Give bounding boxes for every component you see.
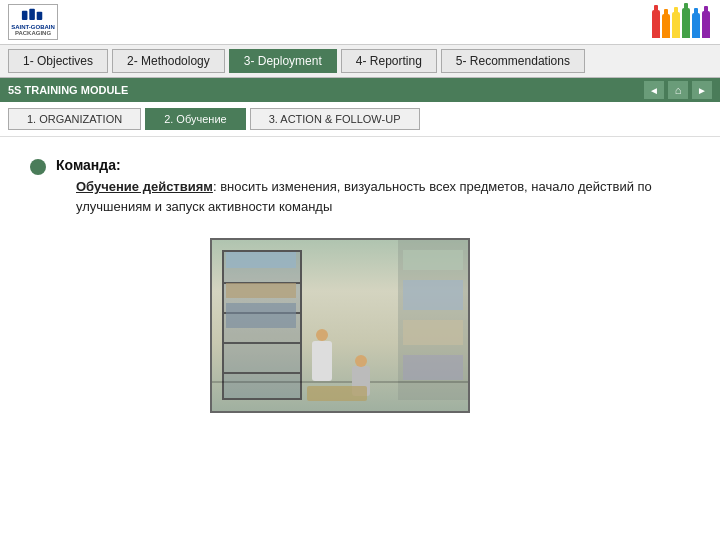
nav-tab-objectives[interactable]: 1- Objectives [8, 49, 108, 73]
person-standing [312, 341, 332, 381]
logo-area: SAINT-GOBAIN PACKAGING [8, 4, 58, 40]
warehouse-image [210, 238, 470, 413]
nav-tabs: 1- Objectives2- Methodology3- Deployment… [0, 45, 720, 78]
home-button[interactable]: ⌂ [668, 81, 688, 99]
floor-items [307, 386, 367, 401]
logo-line1: SAINT-GOBAIN [11, 24, 55, 31]
sub-tab-obuchenie[interactable]: 2. Обучение [145, 108, 246, 130]
bottle-1 [662, 14, 670, 38]
header: SAINT-GOBAIN PACKAGING [0, 0, 720, 45]
warehouse-scene [212, 240, 468, 411]
right-item-2 [403, 280, 463, 310]
detail-term: Обучение действиям [76, 179, 213, 194]
bottle-5 [702, 11, 710, 38]
nav-tab-methodology[interactable]: 2- Methodology [112, 49, 225, 73]
bullet-title: Команда: [56, 157, 690, 173]
bottle-0 [652, 10, 660, 38]
bottle-3 [682, 8, 690, 38]
shelf-items-3 [226, 303, 296, 328]
bullet-detail: Обучение действиям: вносить изменения, в… [76, 177, 690, 216]
nav-tab-reporting[interactable]: 4- Reporting [341, 49, 437, 73]
svg-rect-1 [29, 9, 35, 20]
sub-header-nav: ◄ ⌂ ► [644, 81, 712, 99]
person-standing-head [316, 329, 328, 341]
bottles-decoration [652, 4, 712, 40]
right-item-3 [403, 320, 463, 345]
prev-button[interactable]: ◄ [644, 81, 664, 99]
person-crouching-head [355, 355, 367, 367]
sub-tabs: 1. ORGANIZATION2. Обучение3. ACTION & FO… [0, 102, 720, 137]
bullet-icon [30, 159, 46, 175]
training-module-label: 5S TRAINING MODULE [8, 84, 128, 96]
right-item-1 [403, 250, 463, 270]
next-button[interactable]: ► [692, 81, 712, 99]
logo: SAINT-GOBAIN PACKAGING [8, 4, 58, 40]
logo-graphic [19, 7, 47, 22]
bottle-2 [672, 12, 680, 38]
bottle-4 [692, 13, 700, 38]
right-item-4 [403, 355, 463, 380]
shelf-items-2 [226, 283, 296, 298]
sub-header-bar: 5S TRAINING MODULE ◄ ⌂ ► [0, 78, 720, 102]
shelf-3 [224, 342, 300, 344]
sub-tab-action[interactable]: 3. ACTION & FOLLOW-UP [250, 108, 420, 130]
nav-tab-recommendations[interactable]: 5- Recommendations [441, 49, 585, 73]
floor [212, 381, 468, 383]
sub-tab-organization[interactable]: 1. ORGANIZATION [8, 108, 141, 130]
shelf-items-1 [226, 252, 296, 268]
svg-rect-0 [22, 11, 28, 20]
shelf-4 [224, 372, 300, 374]
bullet-section: Команда: Обучение действиям: вносить изм… [30, 157, 690, 216]
svg-rect-2 [37, 12, 43, 20]
main-content: Команда: Обучение действиям: вносить изм… [0, 137, 720, 433]
logo-line2: PACKAGING [15, 30, 51, 37]
bullet-content: Команда: Обучение действиям: вносить изм… [56, 157, 690, 216]
nav-tab-deployment[interactable]: 3- Deployment [229, 49, 337, 73]
